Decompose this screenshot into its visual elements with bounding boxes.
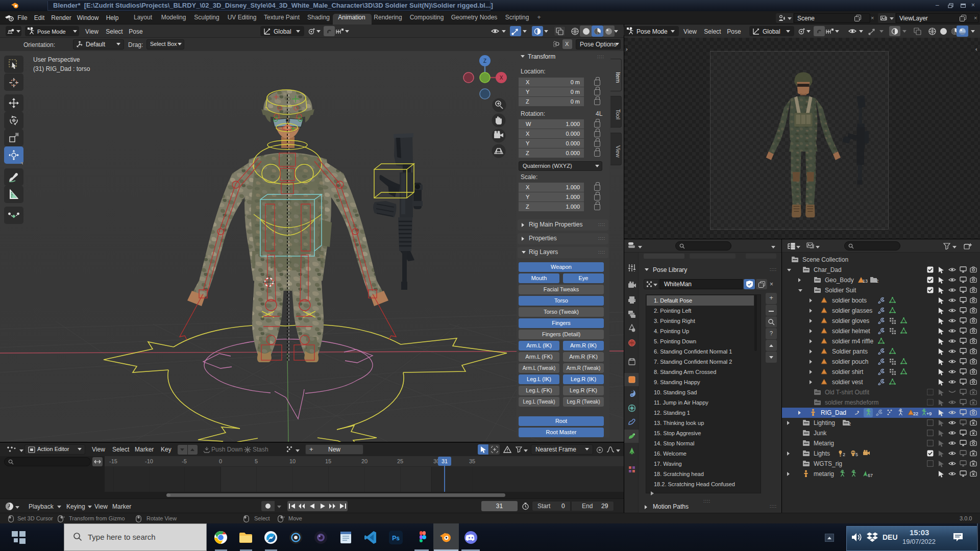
svg-text:Ps: Ps bbox=[392, 535, 400, 542]
svg-text:Z: Z bbox=[483, 58, 486, 64]
svg-text:X: X bbox=[500, 75, 503, 81]
